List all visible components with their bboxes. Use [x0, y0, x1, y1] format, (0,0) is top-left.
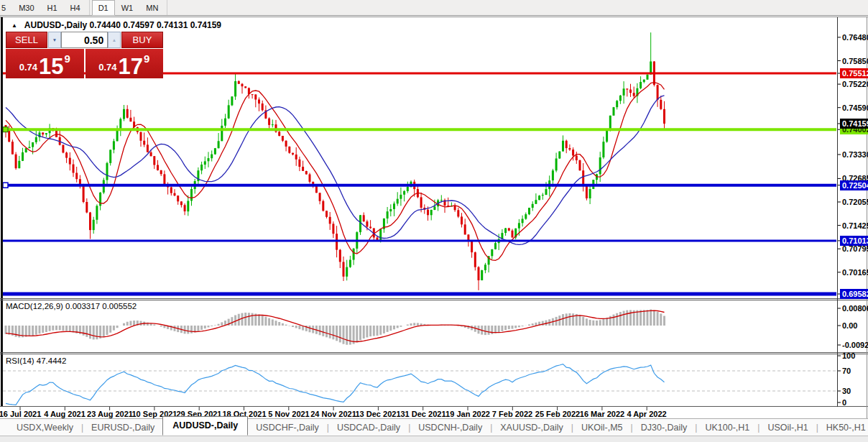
chevron-up-icon: ▲	[112, 37, 116, 42]
buy-price-big: 17	[118, 57, 142, 75]
date-label-5-Nov-2021: 5 Nov 2021	[268, 410, 309, 418]
tab-hk50-h1[interactable]: HK50-,H1	[818, 419, 868, 436]
tab-xauusd-daily[interactable]: XAUUSD-,Daily	[492, 419, 571, 436]
rsi-axis-0: 0	[842, 398, 846, 407]
macd-indicator-label: MACD(12,26,9) 0.003317 0.005552	[6, 302, 137, 310]
timeframe-button-W1[interactable]: W1	[115, 0, 140, 16]
price-tick-0.74590: 0.74590	[842, 103, 868, 112]
rsi-indicator-label: RSI(14) 47.4442	[6, 356, 66, 365]
timeframe-button-M30[interactable]: M30	[12, 0, 40, 16]
price-level-badge-0.71013: 0.71013	[840, 236, 868, 246]
timeframe-button-D1[interactable]: D1	[92, 0, 115, 16]
date-label-19-Jan-2022: 19 Jan 2022	[445, 410, 490, 418]
timeframe-button-5[interactable]: 5	[0, 0, 12, 16]
price-level-badge-0.75512: 0.75512	[840, 68, 868, 78]
price-tick-0.75220: 0.75220	[842, 80, 868, 88]
toolbar-separator	[167, 0, 167, 15]
status-bar	[0, 436, 868, 442]
tab-usdchf-daily[interactable]: USDCHF-,Daily	[248, 419, 327, 436]
volume-input[interactable]	[61, 32, 108, 48]
tab-audusd-daily[interactable]: AUDUSD-,Daily	[162, 416, 248, 436]
rsi-axis-70: 70	[842, 367, 851, 375]
price-level-badge-0.74159: 0.74159	[840, 119, 868, 129]
price-tick-0.70165: 0.70165	[842, 268, 868, 277]
date-label-25-Feb-2022: 25 Feb 2022	[535, 410, 580, 418]
date-label-23-Aug-2021: 23 Aug 2021	[87, 410, 133, 418]
toolbar-separator	[89, 0, 90, 15]
date-label-31-Dec-2021: 31 Dec 2021	[401, 410, 446, 418]
buy-price-prefix: 0.74	[98, 62, 116, 73]
chart-title: ▲ AUDUSD-,Daily 0.74440 0.74597 0.74131 …	[11, 20, 221, 30]
tab-usdcad-daily[interactable]: USDCAD-,Daily	[329, 419, 408, 436]
tab-ukoil-m5[interactable]: UKOil-,M5	[573, 419, 631, 436]
macd-plot	[6, 310, 665, 345]
volume-increase-button[interactable]: ▲	[108, 32, 121, 48]
timeframe-button-H4[interactable]: H4	[64, 0, 87, 16]
buy-price-panel[interactable]: 0.74 17 9	[86, 49, 164, 78]
sell-price-prefix: 0.74	[19, 62, 37, 73]
chevron-down-icon: ▼	[52, 37, 57, 42]
buy-price-pip: 9	[144, 52, 149, 65]
timeframe-button-H1[interactable]: H1	[41, 0, 64, 16]
sell-price-big: 15	[39, 57, 63, 75]
tab-eurusd-daily[interactable]: EURUSD-,Daily	[83, 419, 162, 436]
price-tick-0.72055: 0.72055	[842, 198, 868, 206]
date-label-4-Apr-2022: 4 Apr 2022	[627, 410, 666, 418]
tab-uk100-h1[interactable]: UK100-,H1	[697, 419, 757, 436]
date-label-7-Feb-2022: 7 Feb 2022	[492, 410, 532, 418]
date-label-24-Nov-2021: 24 Nov 2021	[310, 410, 356, 418]
rsi-plot	[3, 364, 836, 405]
date-label-13-Dec-2021: 13 Dec 2021	[356, 410, 401, 418]
chart-ohlc-values: 0.74440 0.74597 0.74131 0.74159	[90, 20, 222, 30]
date-label-16-Jul-2021: 16 Jul 2021	[0, 410, 41, 418]
date-label-16-Mar-2022: 16 Mar 2022	[580, 410, 624, 418]
mt4-chart-window: 5M30H1H4D1W1MN ▲ AUDUSD-,Daily 0.74440 0…	[0, 0, 868, 442]
price-tick-0.73330: 0.73330	[842, 150, 868, 159]
tab-usdx-weekly[interactable]: USDX,Weekly	[9, 419, 81, 436]
price-tick-0.75850: 0.75850	[842, 57, 868, 65]
sell-price-panel[interactable]: 0.74 15 9	[6, 49, 84, 78]
buy-button[interactable]: BUY	[121, 32, 163, 48]
volume-decrease-button[interactable]: ▼	[48, 32, 61, 48]
sell-price-pip: 9	[64, 52, 70, 65]
rsi-axis-30: 30	[842, 387, 851, 395]
tab-usdcnh-daily[interactable]: USDCNH-,Daily	[410, 419, 490, 436]
price-level-badge-0.69582: 0.69582	[840, 289, 868, 299]
tab-dj30-daily[interactable]: DJ30-,Daily	[633, 419, 696, 436]
tab-usoil-h1[interactable]: USOil-,H1	[760, 419, 816, 436]
rsi-axis-100: 100	[842, 351, 855, 360]
one-click-trading-panel: SELL ▼ ▲ BUY 0.74 15 9 0.74 17 9	[6, 32, 163, 78]
macd-axis--0.009288: -0.009288	[842, 341, 868, 349]
axes-decoration	[0, 17, 868, 436]
chart-tab-bar: USDX,Weekly|EURUSD-,DailyAUDUSD-,DailyUS…	[0, 418, 868, 436]
collapse-panel-icon[interactable]: ▲	[11, 22, 17, 29]
timeframe-button-MN[interactable]: MN	[139, 0, 165, 16]
sell-button[interactable]: SELL	[6, 32, 47, 48]
date-label-4-Aug-2021: 4 Aug 2021	[44, 410, 86, 418]
macd-axis-0.008061: 0.008061	[842, 304, 868, 313]
chart-symbol-period: AUDUSD-,Daily	[24, 20, 87, 30]
price-tick-0.76480: 0.76480	[842, 33, 868, 42]
price-tick-0.71425: 0.71425	[842, 221, 868, 230]
price-level-badge-0.72504: 0.72504	[840, 180, 868, 190]
macd-axis-0.00: 0.00	[842, 321, 857, 330]
timeframe-toolbar: 5M30H1H4D1W1MN	[0, 0, 868, 16]
